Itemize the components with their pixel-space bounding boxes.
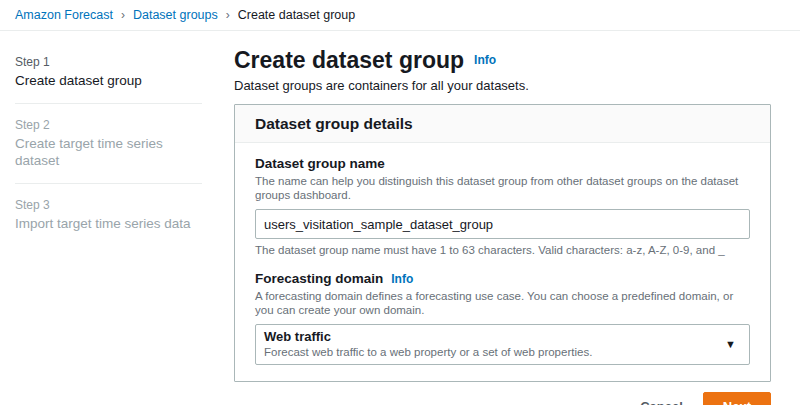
chevron-down-icon: ▼ [725,338,736,350]
page-title: Create dataset group [234,47,464,73]
breadcrumb-separator: › [226,8,230,22]
step-number: Step 2 [15,118,202,132]
step-title: Create target time series dataset [15,135,202,169]
cancel-button[interactable]: Cancel [632,393,691,405]
step-title: Create dataset group [15,72,202,89]
forecasting-domain-label-row: Forecasting domain Info [255,270,750,287]
wizard-actions: Cancel Next [234,392,771,405]
main-content: Create dataset group Info Dataset groups… [218,31,800,404]
selected-option-description: Forecast web traffic to a web property o… [264,345,592,359]
page-layout: Step 1 Create dataset group Step 2 Creat… [0,31,800,404]
steps-sidebar: Step 1 Create dataset group Step 2 Creat… [0,31,218,404]
card-header: Dataset group details [235,105,770,143]
dataset-group-name-label: Dataset group name [255,155,750,172]
page-info-link[interactable]: Info [474,53,496,67]
step-title: Import target time series data [15,215,202,232]
page-subtitle: Dataset groups are containers for all yo… [234,78,771,93]
step-number: Step 1 [15,55,202,69]
step-divider [15,183,202,184]
dataset-group-details-card: Dataset group details Dataset group name… [234,104,771,382]
card-title: Dataset group details [255,114,750,133]
forecasting-domain-label: Forecasting domain [255,270,383,287]
forecasting-domain-select[interactable]: Web traffic Forecast web traffic to a we… [255,324,750,365]
breadcrumb-separator: › [121,8,125,22]
selected-option-label: Web traffic [264,329,592,345]
card-body: Dataset group name The name can help you… [235,143,770,381]
forecasting-domain-field: Forecasting domain Info A forecasting do… [255,270,750,365]
dataset-group-name-field: Dataset group name The name can help you… [255,155,750,257]
selected-option: Web traffic Forecast web traffic to a we… [264,329,592,359]
breadcrumb: Amazon Forecast › Dataset groups › Creat… [0,0,800,31]
page-header: Create dataset group Info [234,47,771,73]
forecasting-domain-description: A forecasting domain defines a forecasti… [255,289,750,317]
breadcrumb-current: Create dataset group [238,8,355,22]
breadcrumb-link-dataset-groups[interactable]: Dataset groups [133,8,218,22]
step-item-2[interactable]: Step 2 Create target time series dataset [15,118,202,169]
step-number: Step 3 [15,198,202,212]
breadcrumb-link-amazon-forecast[interactable]: Amazon Forecast [15,8,113,22]
next-button[interactable]: Next [703,392,771,405]
step-item-3[interactable]: Step 3 Import target time series data [15,198,202,232]
dataset-group-name-hint: The dataset group name must have 1 to 63… [255,243,750,257]
step-divider [15,103,202,104]
dataset-group-name-description: The name can help you distinguish this d… [255,174,750,202]
dataset-group-name-input[interactable] [255,209,750,239]
step-item-1[interactable]: Step 1 Create dataset group [15,55,202,89]
forecasting-domain-info-link[interactable]: Info [391,272,413,286]
